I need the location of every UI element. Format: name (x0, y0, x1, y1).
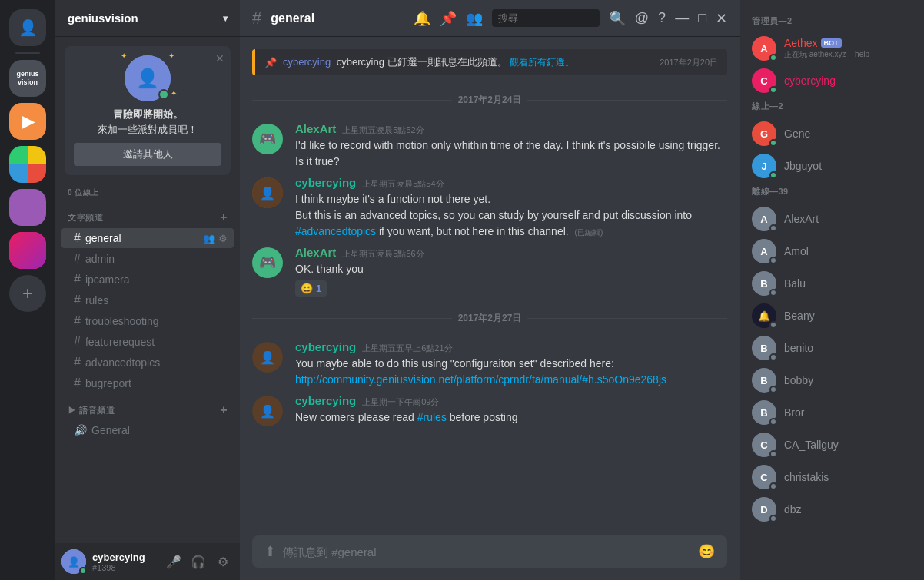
member-item-gene[interactable]: G Gene (746, 118, 918, 149)
maximize-icon[interactable]: □ (698, 10, 706, 26)
message-text: I think maybe it's a function not there … (295, 191, 727, 207)
voice-channel-general[interactable]: 🔊 General (61, 421, 234, 439)
rules-link[interactable]: #rules (417, 411, 447, 423)
member-name: Amol (784, 245, 809, 257)
online-badge (158, 89, 169, 100)
reaction[interactable]: 😀 1 (295, 280, 327, 297)
member-status-dot (769, 353, 777, 361)
hash-icon: # (74, 356, 81, 370)
member-item-beany[interactable]: 🔔 Beany (746, 300, 918, 331)
user-panel-tag: #1398 (92, 563, 157, 572)
config-link[interactable]: http://community.geniusvision.net/platfo… (295, 373, 666, 386)
user-card-close-button[interactable]: ✕ (215, 52, 224, 65)
add-server-button[interactable]: + (9, 275, 46, 312)
text-channels-section: 文字頻道 + # general 👥 ⚙ # admin # ipcamera … (55, 207, 240, 394)
online-section-header: 線上—2 (746, 98, 918, 115)
channel-item-featurerequest[interactable]: # featurerequest (61, 332, 234, 352)
channel-item-advancedtopics[interactable]: # advancedtopics (61, 353, 234, 373)
member-item-amol[interactable]: A Amol (746, 236, 918, 267)
settings-button[interactable]: ⚙ (212, 551, 234, 572)
channel-item-admin[interactable]: # admin (61, 249, 234, 269)
channel-item-bugreport[interactable]: # bugreport (61, 373, 234, 393)
member-item-alexart[interactable]: A AlexArt (746, 204, 918, 234)
close-icon[interactable]: ✕ (716, 10, 727, 27)
online-count: 0 位線上 (55, 184, 240, 201)
message-header: AlexArt 上星期五凌晨5點52分 (295, 122, 727, 136)
member-item-christakis[interactable]: C christakis (746, 462, 918, 492)
server-header[interactable]: geniusvision ▾ (55, 0, 240, 37)
emoji-button[interactable]: 😊 (698, 535, 715, 568)
user-panel: 👤 cybercying #1398 🎤 🎧 ⚙ (55, 543, 240, 580)
server-icon-2[interactable]: ▶ (9, 103, 46, 140)
message-author[interactable]: cybercying (295, 340, 356, 353)
member-item-ca-tallguy[interactable]: C CA_Tallguy (746, 429, 918, 460)
server-icon-geniusvision[interactable]: geniusvision (9, 60, 46, 97)
channel-settings-icon[interactable]: ⚙ (218, 233, 228, 244)
add-text-channel-button[interactable]: + (220, 210, 228, 224)
message-timestamp: 上星期五凌晨5點52分 (342, 124, 424, 136)
member-name: Balu (784, 277, 806, 290)
message-header: cybercying 上星期五凌晨5點54分 (295, 176, 727, 190)
member-name: bobby (784, 374, 813, 386)
members-icon[interactable]: 👥 (466, 10, 483, 27)
server-icon-3[interactable] (9, 146, 46, 183)
help-icon[interactable]: ? (658, 10, 666, 26)
avatar: 🎮 (252, 124, 283, 154)
date-divider-feb27: 2017年2月27日 (252, 312, 727, 325)
at-icon[interactable]: @ (635, 10, 649, 26)
hash-icon: # (74, 252, 81, 266)
member-item-bror[interactable]: B Bror (746, 397, 918, 428)
message-author[interactable]: AlexArt (295, 122, 336, 135)
member-item-balu[interactable]: B Balu (746, 268, 918, 299)
upload-icon[interactable]: ⬆ (264, 535, 276, 568)
pinned-text: cybercying cybercying 已釘選一則訊息在此頻道。 觀看所有釘… (283, 55, 574, 69)
member-item-bobby[interactable]: B bobby (746, 365, 918, 396)
invite-button[interactable]: 邀請其他人 (74, 143, 221, 166)
message-author[interactable]: AlexArt (295, 246, 336, 259)
channel-item-general[interactable]: # general 👥 ⚙ (61, 228, 234, 248)
avatar: 👤 (252, 396, 283, 426)
view-pinned-link[interactable]: 觀看所有釘選。 (510, 57, 574, 68)
member-avatar: B (752, 336, 776, 360)
message-content: cybercying 上星期五五早上6點21分 You maybe able t… (295, 340, 727, 388)
server-icon-5[interactable] (9, 232, 46, 269)
voice-icon: 🔊 (74, 424, 87, 436)
member-name: dbz (784, 503, 802, 515)
message-author[interactable]: cybercying (295, 394, 356, 407)
add-voice-channel-button[interactable]: + (220, 403, 228, 417)
hash-icon: # (74, 335, 81, 349)
member-name: cybercying (784, 75, 836, 87)
channel-item-troubleshooting[interactable]: # troubleshooting (61, 311, 234, 331)
member-name: Jbguyot (784, 160, 822, 172)
channel-invite-icon[interactable]: 👥 (203, 233, 215, 244)
pin-icon[interactable]: 📌 (440, 10, 457, 27)
text-channels-header[interactable]: 文字頻道 + (55, 207, 240, 227)
member-avatar: C (752, 68, 776, 93)
message-author[interactable]: cybercying (295, 176, 356, 189)
deafen-button[interactable]: 🎧 (188, 551, 209, 572)
search-icon[interactable]: 🔍 (609, 10, 626, 27)
channel-item-ipcamera[interactable]: # ipcamera (61, 270, 234, 290)
member-item-jbguyot[interactable]: J Jbguyot (746, 151, 918, 181)
notification-bell-icon[interactable]: 🔔 (414, 10, 430, 27)
avatar: 👤 (252, 177, 283, 208)
channel-item-rules[interactable]: # rules (61, 290, 234, 310)
user-avatar-icon[interactable]: 👤 (9, 9, 46, 46)
member-avatar: D (752, 497, 776, 522)
member-item-benito[interactable]: B benito (746, 333, 918, 363)
member-item-dbz[interactable]: D dbz (746, 494, 918, 525)
message-text-2: But this is an advanced topics, so you c… (295, 207, 727, 240)
member-item-aethex[interactable]: A Aethex BOT 正在玩 aethex.xyz | -help (746, 33, 918, 64)
member-item-cybercying[interactable]: C cybercying (746, 65, 918, 96)
message-input[interactable] (282, 537, 692, 567)
hash-icon: # (74, 314, 81, 328)
server-icon-4[interactable] (9, 189, 46, 226)
voice-channels-header[interactable]: ▶ 語音頻道 + (55, 400, 240, 420)
member-avatar: A (752, 239, 776, 263)
channel-hash-icon: # (252, 8, 261, 28)
minimize-icon[interactable]: — (675, 10, 689, 26)
hashtag-link[interactable]: #advancedtopics (295, 225, 376, 237)
search-input[interactable] (492, 9, 600, 27)
user-card-avatar: 👤 ✦ ✦ ✦ (125, 55, 171, 101)
mute-button[interactable]: 🎤 (163, 551, 184, 572)
